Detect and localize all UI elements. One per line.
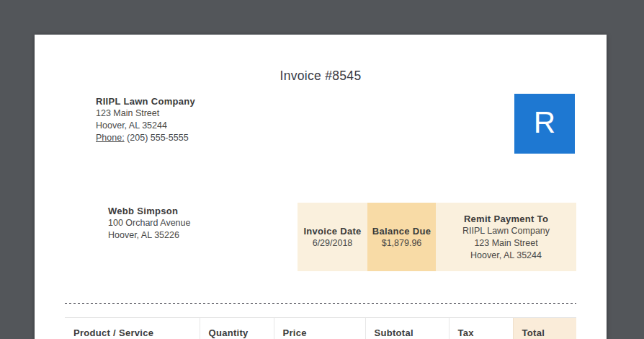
customer-address-line2: Hoover, AL 35226 — [108, 229, 190, 242]
column-header-price: Price — [274, 318, 365, 339]
customer-name: Webb Simpson — [108, 205, 190, 217]
remit-payment-cell: Remit Payment To RIIPL Lawn Company 123 … — [436, 203, 576, 271]
phone-value: (205) 555-5555 — [127, 133, 188, 143]
column-header-quantity: Quantity — [200, 318, 274, 339]
company-address-line1: 123 Main Street — [96, 107, 195, 120]
company-phone: Phone: (205) 555-5555 — [96, 132, 195, 144]
column-header-tax: Tax — [449, 318, 513, 339]
app-backdrop: Invoice #8545 RIIPL Lawn Company 123 Mai… — [0, 0, 644, 339]
company-address-line2: Hoover, AL 35244 — [96, 120, 195, 132]
logo-letter-icon: R — [534, 107, 555, 141]
remit-line2: 123 Main Street — [474, 237, 537, 250]
customer-address-block: Webb Simpson 100 Orchard Avenue Hoover, … — [108, 205, 190, 242]
table-header-row: Product / Service Quantity Price Subtota… — [65, 318, 576, 339]
invoice-title: Invoice #8545 — [35, 69, 607, 84]
column-header-product-service: Product / Service — [65, 318, 200, 339]
company-name: RIIPL Lawn Company — [96, 95, 195, 107]
balance-due-value: $1,879.96 — [382, 237, 422, 250]
invoice-date-label: Invoice Date — [303, 225, 361, 237]
invoice-page: Invoice #8545 RIIPL Lawn Company 123 Mai… — [35, 35, 607, 339]
remit-line1: RIIPL Lawn Company — [462, 225, 550, 237]
remit-line3: Hoover, AL 35244 — [470, 250, 542, 262]
line-items-table: Product / Service Quantity Price Subtota… — [65, 317, 576, 339]
customer-address-line1: 100 Orchard Avenue — [108, 217, 190, 229]
column-header-total: Total — [513, 318, 576, 339]
phone-label: Phone: — [96, 133, 125, 143]
company-address-block: RIIPL Lawn Company 123 Main Street Hoove… — [96, 95, 195, 144]
dashed-divider — [65, 303, 576, 304]
invoice-summary-band: Invoice Date 6/29/2018 Balance Due $1,87… — [298, 203, 576, 271]
balance-due-cell: Balance Due $1,879.96 — [367, 203, 436, 271]
column-header-subtotal: Subtotal — [365, 318, 449, 339]
balance-due-label: Balance Due — [372, 225, 431, 237]
remit-payment-label: Remit Payment To — [464, 213, 548, 225]
company-logo: R — [514, 94, 575, 154]
invoice-date-value: 6/29/2018 — [313, 237, 353, 250]
invoice-date-cell: Invoice Date 6/29/2018 — [298, 203, 367, 271]
